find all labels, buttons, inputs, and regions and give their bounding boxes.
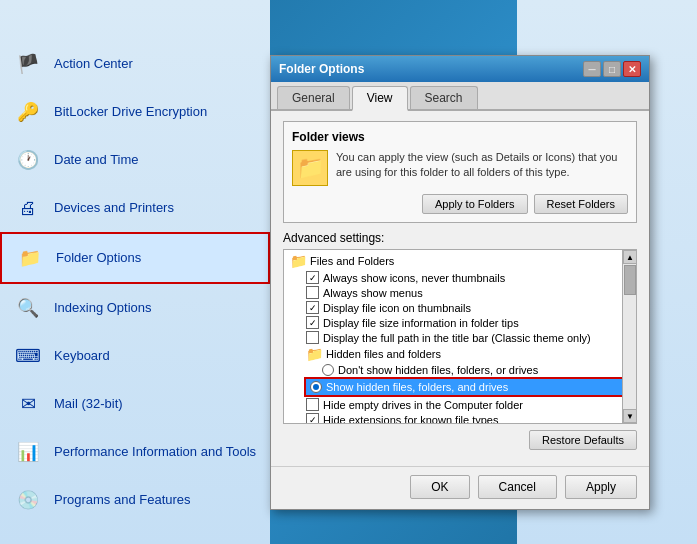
- item-text: Display file size information in folder …: [323, 317, 519, 329]
- cp-icon-keyboard: ⌨: [12, 340, 44, 372]
- folder-views-inner: 📁 You can apply the view (such as Detail…: [292, 150, 628, 186]
- tab-general[interactable]: General: [277, 86, 350, 109]
- checkbox-display-full-path[interactable]: [306, 331, 319, 344]
- sidebar-item-performance[interactable]: 📊 Performance Information and Tools: [0, 428, 270, 476]
- sidebar-item-action-center[interactable]: 🏴 Action Center: [0, 40, 270, 88]
- close-button[interactable]: ✕: [623, 61, 641, 77]
- item-text: Hidden files and folders: [326, 348, 441, 360]
- scroll-thumb[interactable]: [624, 265, 636, 295]
- cp-label-folder-options: Folder Options: [56, 250, 141, 266]
- list-item[interactable]: Hide empty drives in the Computer folder: [302, 397, 634, 412]
- sidebar-item-keyboard[interactable]: ⌨ Keyboard: [0, 332, 270, 380]
- cp-label-performance: Performance Information and Tools: [54, 444, 256, 460]
- apply-button[interactable]: Apply: [565, 475, 637, 499]
- folder-views-buttons: Apply to Folders Reset Folders: [292, 194, 628, 214]
- adv-list-inner: 📁 Files and Folders Always show icons, n…: [284, 250, 636, 424]
- sidebar-item-devices-printers[interactable]: 🖨 Devices and Printers: [0, 184, 270, 232]
- radio-dont-show-hidden[interactable]: [322, 364, 334, 376]
- list-item[interactable]: Show hidden files, folders, and drives: [304, 377, 633, 397]
- cp-label-indexing-options: Indexing Options: [54, 300, 152, 316]
- advanced-settings-list: 📁 Files and Folders Always show icons, n…: [283, 249, 637, 424]
- dialog-titlebar: Folder Options ─ □ ✕: [271, 56, 649, 82]
- checkbox-always-show-menus[interactable]: [306, 286, 319, 299]
- list-item: 📁 Hidden files and folders: [302, 345, 634, 363]
- list-item[interactable]: Display file icon on thumbnails: [302, 300, 634, 315]
- checkbox-hide-extensions[interactable]: [306, 413, 319, 424]
- dialog-title: Folder Options: [279, 62, 364, 76]
- cp-icon-devices-printers: 🖨: [12, 192, 44, 224]
- cp-icon-indexing-options: 🔍: [12, 292, 44, 324]
- ok-button[interactable]: OK: [410, 475, 469, 499]
- scrollbar[interactable]: ▲ ▼: [622, 250, 636, 423]
- item-text: Always show icons, never thumbnails: [323, 272, 505, 284]
- cp-icon-performance: 📊: [12, 436, 44, 468]
- list-item[interactable]: Don't show hidden files, folders, or dri…: [318, 363, 634, 377]
- cp-label-devices-printers: Devices and Printers: [54, 200, 174, 216]
- cp-icon-date-time: 🕐: [12, 144, 44, 176]
- item-text: Display the full path in the title bar (…: [323, 332, 591, 344]
- cancel-button[interactable]: Cancel: [478, 475, 557, 499]
- dialog-footer: OK Cancel Apply: [271, 466, 649, 509]
- cp-icon-folder-options: 📁: [14, 242, 46, 274]
- list-item[interactable]: Always show icons, never thumbnails: [302, 270, 634, 285]
- advanced-settings-label: Advanced settings:: [283, 231, 637, 245]
- scroll-track[interactable]: [623, 264, 636, 409]
- folder-views-label: Folder views: [292, 130, 628, 144]
- sidebar-item-folder-options[interactable]: 📁 Folder Options: [0, 232, 270, 284]
- cp-label-action-center: Action Center: [54, 56, 133, 72]
- title-buttons: ─ □ ✕: [583, 61, 641, 77]
- cp-label-bitlocker: BitLocker Drive Encryption: [54, 104, 207, 120]
- cp-icon-mail: ✉: [12, 388, 44, 420]
- restore-row: Restore Defaults: [283, 430, 637, 450]
- folder-options-dialog: Folder Options ─ □ ✕ General View Search…: [270, 55, 650, 510]
- control-panel-list: 🏴 Action Center🔑 BitLocker Drive Encrypt…: [0, 0, 270, 544]
- checkbox-hide-empty-drives[interactable]: [306, 398, 319, 411]
- cp-icon-programs-features: 💿: [12, 484, 44, 516]
- checkbox-display-file-icon[interactable]: [306, 301, 319, 314]
- tab-view[interactable]: View: [352, 86, 408, 111]
- folder-views-section: Folder views 📁 You can apply the view (s…: [283, 121, 637, 223]
- folder-icon: 📁: [290, 253, 307, 269]
- item-text: Files and Folders: [310, 255, 394, 267]
- tabs-bar: General View Search: [271, 82, 649, 111]
- item-text: Don't show hidden files, folders, or dri…: [338, 364, 538, 376]
- maximize-button[interactable]: □: [603, 61, 621, 77]
- scroll-up-button[interactable]: ▲: [623, 250, 637, 264]
- apply-to-folders-button[interactable]: Apply to Folders: [422, 194, 527, 214]
- list-item[interactable]: Hide extensions for known file types: [302, 412, 634, 424]
- checkbox-always-show-icons[interactable]: [306, 271, 319, 284]
- item-text: Show hidden files, folders, and drives: [326, 381, 508, 393]
- item-text: Display file icon on thumbnails: [323, 302, 471, 314]
- cp-label-date-time: Date and Time: [54, 152, 139, 168]
- item-text: Always show menus: [323, 287, 423, 299]
- radio-show-hidden[interactable]: [310, 381, 322, 393]
- sidebar-item-programs-features[interactable]: 💿 Programs and Features: [0, 476, 270, 524]
- cp-label-programs-features: Programs and Features: [54, 492, 191, 508]
- list-item: 📁 Files and Folders: [286, 252, 634, 270]
- list-item[interactable]: Always show menus: [302, 285, 634, 300]
- tab-search[interactable]: Search: [410, 86, 478, 109]
- list-item[interactable]: Display file size information in folder …: [302, 315, 634, 330]
- restore-defaults-button[interactable]: Restore Defaults: [529, 430, 637, 450]
- folder-icon: 📁: [292, 150, 328, 186]
- folder-views-description: You can apply the view (such as Details …: [336, 150, 628, 181]
- hidden-folder-icon: 📁: [306, 346, 323, 362]
- scroll-down-button[interactable]: ▼: [623, 409, 637, 423]
- checkbox-display-file-size[interactable]: [306, 316, 319, 329]
- item-text: Hide empty drives in the Computer folder: [323, 399, 523, 411]
- sidebar-item-bitlocker[interactable]: 🔑 BitLocker Drive Encryption: [0, 88, 270, 136]
- item-text: Hide extensions for known file types: [323, 414, 498, 425]
- cp-icon-action-center: 🏴: [12, 48, 44, 80]
- dialog-content: Folder views 📁 You can apply the view (s…: [271, 111, 649, 466]
- sidebar-item-mail[interactable]: ✉ Mail (32-bit): [0, 380, 270, 428]
- cp-icon-bitlocker: 🔑: [12, 96, 44, 128]
- sidebar-item-indexing-options[interactable]: 🔍 Indexing Options: [0, 284, 270, 332]
- sidebar-item-date-time[interactable]: 🕐 Date and Time: [0, 136, 270, 184]
- cp-label-keyboard: Keyboard: [54, 348, 110, 364]
- cp-label-mail: Mail (32-bit): [54, 396, 123, 412]
- reset-folders-button[interactable]: Reset Folders: [534, 194, 628, 214]
- list-item[interactable]: Display the full path in the title bar (…: [302, 330, 634, 345]
- minimize-button[interactable]: ─: [583, 61, 601, 77]
